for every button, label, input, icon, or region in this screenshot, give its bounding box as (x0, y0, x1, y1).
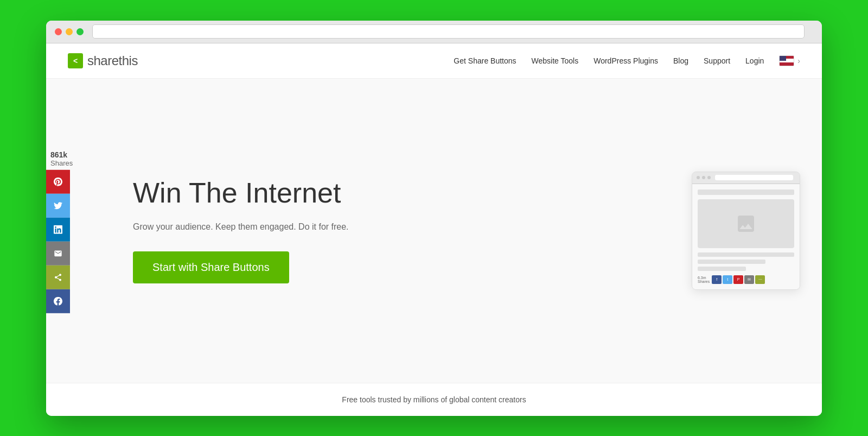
browser-chrome (46, 21, 822, 43)
logo-text: sharethis (87, 53, 138, 68)
mockup-body: 6.3mShares f t P ✉ ⋯ (692, 184, 800, 289)
footer-text: Free tools trusted by millions of global… (342, 395, 526, 404)
mockup-text-line-3 (698, 267, 746, 271)
logo[interactable]: < sharethis (68, 53, 138, 68)
traffic-lights (55, 28, 84, 35)
nav-blog[interactable]: Blog (673, 56, 688, 65)
mockup-chrome (692, 172, 800, 184)
mockup-dot-2 (702, 176, 705, 179)
hero-title: Win The Internet (133, 178, 458, 208)
mockup-text-line-1 (698, 252, 794, 257)
mockup-dot-3 (707, 176, 711, 179)
mockup-image-placeholder (698, 199, 794, 248)
logo-icon: < (68, 53, 83, 68)
nav-login[interactable]: Login (745, 56, 764, 65)
mockup-header-line (698, 189, 794, 195)
pinterest-share-button[interactable] (46, 170, 70, 194)
browser-window: < sharethis Get Share Buttons Website To… (46, 21, 822, 416)
flag-icon (779, 55, 794, 66)
mockup-frame: 6.3mShares f t P ✉ ⋯ (692, 172, 800, 290)
share-sidebar: 861k Shares (46, 148, 77, 313)
mockup-address-bar (715, 175, 793, 180)
cta-button[interactable]: Start with Share Buttons (133, 251, 289, 283)
mockup-pinterest-btn: P (733, 275, 743, 284)
mockup-share-count: 6.3mShares (698, 276, 710, 283)
minimize-button[interactable] (66, 28, 73, 35)
logo-icon-symbol: < (73, 56, 78, 65)
mockup-share-btn: ⋯ (755, 275, 765, 284)
browser-mockup: 6.3mShares f t P ✉ ⋯ (692, 172, 800, 290)
nav-support[interactable]: Support (704, 56, 730, 65)
email-share-button[interactable] (46, 242, 70, 266)
site-footer: Free tools trusted by millions of global… (46, 383, 822, 416)
nav-website-tools[interactable]: Website Tools (532, 56, 579, 65)
nav-get-share-buttons[interactable]: Get Share Buttons (454, 56, 516, 65)
hero-subtitle: Grow your audience. Keep them engaged. D… (133, 222, 458, 232)
chevron-right-icon: › (797, 56, 800, 65)
close-button[interactable] (55, 28, 62, 35)
twitter-share-button[interactable] (46, 194, 70, 218)
share-count-label: Shares (50, 159, 73, 168)
main-content: 861k Shares Win The Inter (46, 79, 822, 383)
mockup-text-line-2 (698, 260, 765, 264)
share-count: 861k Shares (46, 148, 77, 169)
mockup-share-row: 6.3mShares f t P ✉ ⋯ (698, 275, 794, 284)
mockup-dot-1 (697, 176, 700, 179)
address-bar[interactable] (92, 24, 805, 39)
site-header: < sharethis Get Share Buttons Website To… (46, 43, 822, 79)
facebook-share-button[interactable] (46, 289, 70, 313)
share-count-number: 861k (50, 150, 73, 159)
mockup-facebook-btn: f (712, 275, 722, 284)
hero-section: Win The Internet Grow your audience. Kee… (133, 178, 458, 283)
linkedin-share-button[interactable] (46, 218, 70, 242)
nav: Get Share Buttons Website Tools WordPres… (454, 55, 800, 66)
sharethis-share-button[interactable] (46, 266, 70, 289)
nav-wordpress-plugins[interactable]: WordPress Plugins (593, 56, 658, 65)
maximize-button[interactable] (76, 28, 84, 35)
language-selector[interactable]: › (779, 55, 800, 66)
mockup-email-btn: ✉ (744, 275, 754, 284)
mockup-twitter-btn: t (723, 275, 732, 284)
